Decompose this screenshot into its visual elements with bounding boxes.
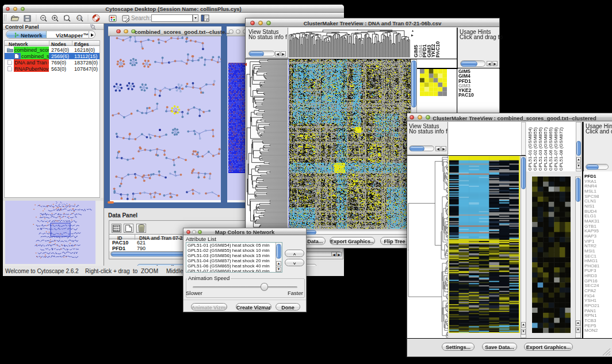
svg-text:1:1: 1:1 (78, 17, 82, 20)
